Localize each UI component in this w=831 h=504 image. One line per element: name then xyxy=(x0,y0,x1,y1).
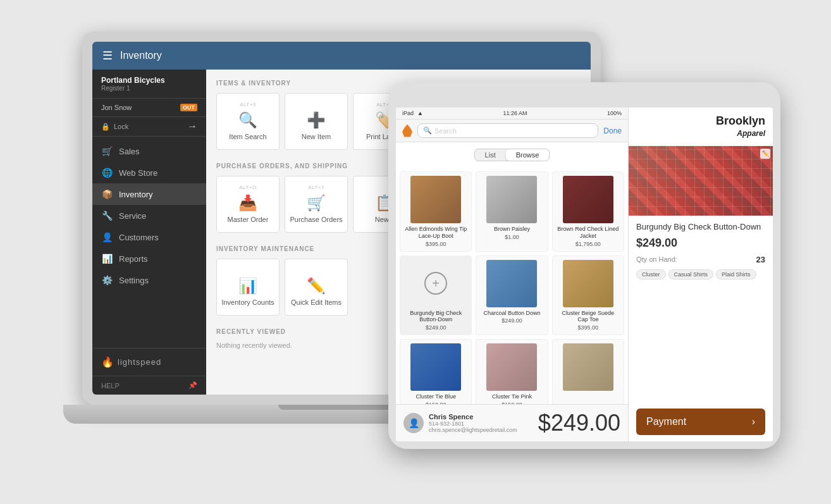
product-name: Cluster Tie Blue xyxy=(416,393,456,400)
tab-list[interactable]: List xyxy=(475,149,506,161)
tile-inventory-counts[interactable]: 📊 Inventory Counts xyxy=(216,259,280,316)
list-item[interactable] xyxy=(552,339,624,404)
list-item[interactable]: Brown Red Check Lined Jacket $1,795.00 xyxy=(552,171,624,252)
ipad-right-panel: Brooklyn Apparel ✏️ Burgundy Big Check B… xyxy=(629,108,773,441)
shortcut-label xyxy=(247,267,249,273)
tab-browse[interactable]: Browse xyxy=(506,149,550,161)
tag-cluster[interactable]: Cluster xyxy=(636,269,666,280)
tile-item-search[interactable]: ALT+3 🔍 Item Search xyxy=(216,93,280,150)
list-item[interactable]: Cluster Tie Pink $150.00 xyxy=(476,339,548,404)
product-thumbnail xyxy=(486,176,537,223)
barchart-icon: 📊 xyxy=(238,277,257,295)
product-thumbnail xyxy=(563,343,613,391)
tile-label: Quick Edit Items xyxy=(291,298,342,307)
list-item[interactable]: Cluster Tie Blue $150.00 xyxy=(400,339,472,404)
shortcut-label xyxy=(384,185,386,190)
ipad-bezel: iPad ▲ 11:26 AM 100% 🔍 Search Done xyxy=(388,82,780,449)
tag-plaid-shirts[interactable]: Plaid Shirts xyxy=(716,269,756,280)
flame-icon: 🔥 xyxy=(101,356,114,368)
sidebar-item-service[interactable]: 🔧 Service xyxy=(92,205,206,226)
tag-casual-shirts[interactable]: Casual Shirts xyxy=(668,269,714,280)
tile-label: Inventory Counts xyxy=(221,298,274,307)
ipad-screen: iPad ▲ 11:26 AM 100% 🔍 Search Done xyxy=(396,108,773,441)
customer-avatar: 👤 xyxy=(403,413,424,433)
product-details: Burgundy Big Check Button-Down $249.00 Q… xyxy=(629,216,773,402)
qty-label: Qty on Hand: xyxy=(636,255,677,263)
ipad-search-field[interactable]: 🔍 Search xyxy=(417,123,598,138)
sidebar-item-label: Inventory xyxy=(119,190,152,199)
sidebar-item-customers[interactable]: 👤 Customers xyxy=(92,226,206,248)
logout-icon[interactable]: → xyxy=(187,121,197,132)
product-price: $1,795.00 xyxy=(576,241,601,247)
flame-icon xyxy=(402,125,412,137)
register-label: Register 1 xyxy=(101,85,197,92)
product-thumbnail xyxy=(410,343,461,391)
help-label[interactable]: HELP xyxy=(101,382,120,390)
payment-button[interactable]: Payment › xyxy=(636,409,765,435)
customer-details: Chris Spence 514-932-1801 chris.spence@l… xyxy=(429,413,517,433)
customer-name: Chris Spence xyxy=(429,413,517,421)
product-thumbnail xyxy=(410,176,461,223)
shortcut-label: ALT+O xyxy=(239,185,256,190)
sidebar-lock-row: 🔒 Lock → xyxy=(92,117,206,137)
sidebar-item-label: Customers xyxy=(119,233,159,242)
sidebar: Portland Bicycles Register 1 Jon Snow OU… xyxy=(92,70,206,395)
sidebar-item-webstore[interactable]: 🌐 Web Store xyxy=(92,162,206,183)
ipad-tabs-row: List Browse xyxy=(396,142,628,168)
list-item[interactable]: Charcoal Button Down $249.00 xyxy=(476,255,548,336)
tile-master-order[interactable]: ALT+O 📥 Master Order xyxy=(216,176,280,233)
sales-icon: 🛒 xyxy=(101,146,113,156)
list-item[interactable]: Allen Edmonds Wing Tip Lace-Up Boot $395… xyxy=(400,171,472,252)
sidebar-item-sales[interactable]: 🛒 Sales xyxy=(92,140,206,162)
sidebar-item-reports[interactable]: 📊 Reports xyxy=(92,248,206,269)
product-name: Charcoal Button Down xyxy=(483,310,540,317)
product-name: Brown Red Check Lined Jacket xyxy=(557,226,620,240)
list-item[interactable]: Cluster Beige Suede Cap Toe $395.00 xyxy=(552,255,624,336)
payment-label: Payment xyxy=(646,416,686,427)
list-item[interactable]: Brown Paisley $1.00 xyxy=(476,171,548,252)
product-price: $395.00 xyxy=(578,324,599,331)
plaid-pattern xyxy=(629,146,773,216)
customer-email: chris.spence@lightspeedretail.com xyxy=(429,427,517,433)
tile-label: Purchase Orders xyxy=(290,216,342,224)
settings-icon: ⚙️ xyxy=(101,275,113,285)
product-thumbnail xyxy=(563,176,613,223)
battery-level: 100% xyxy=(607,110,622,116)
ipad-tabs: List Browse xyxy=(474,149,550,161)
edit-icon[interactable]: ✏️ xyxy=(760,149,770,159)
customer-info: 👤 Chris Spence 514-932-1801 chris.spence… xyxy=(403,413,517,433)
brand-name: Brooklyn Apparel xyxy=(636,115,765,138)
pin-icon[interactable]: 📌 xyxy=(188,381,197,390)
lock-icon: 🔒 xyxy=(101,123,110,131)
ipad-statusbar: iPad ▲ 11:26 AM 100% xyxy=(396,108,628,120)
tile-quick-edit[interactable]: ✏️ Quick Edit Items xyxy=(285,259,348,316)
product-image: ✏️ xyxy=(629,146,773,216)
product-thumbnail xyxy=(486,343,537,391)
done-button[interactable]: Done xyxy=(603,126,622,135)
shortcut-label xyxy=(316,267,317,273)
sidebar-item-label: Reports xyxy=(119,254,148,264)
ipad-device-label: iPad xyxy=(402,110,414,116)
customer-phone: 514-932-1801 xyxy=(429,421,517,427)
ipad-device: iPad ▲ 11:26 AM 100% 🔍 Search Done xyxy=(388,82,780,474)
tile-new-item[interactable]: ➕ New Item xyxy=(285,93,348,150)
sidebar-item-label: Settings xyxy=(119,276,149,285)
product-tags: Cluster Casual Shirts Plaid Shirts xyxy=(636,269,765,280)
add-item-button[interactable]: + Burgundy Big Check Button-Down $249.00 xyxy=(400,255,472,336)
lock-label: Lock xyxy=(114,123,128,130)
tile-purchase-orders[interactable]: ALT+7 🛒 Purchase Orders xyxy=(285,176,348,233)
sidebar-item-inventory[interactable]: 📦 Inventory xyxy=(92,183,206,205)
inbox-icon: 📥 xyxy=(238,194,257,212)
cart-total: $249.00 xyxy=(538,410,620,436)
ipad-searchbar: 🔍 Search Done xyxy=(396,120,628,142)
cart-icon: 🛒 xyxy=(307,194,326,212)
hamburger-icon[interactable]: ☰ xyxy=(102,49,113,63)
customers-icon: 👤 xyxy=(101,232,113,242)
add-thumbnail: + xyxy=(410,260,461,307)
plus-icon: ➕ xyxy=(307,111,326,129)
add-circle-icon: + xyxy=(424,272,447,295)
sidebar-item-settings[interactable]: ⚙️ Settings xyxy=(92,269,206,291)
app-title: Inventory xyxy=(120,50,162,61)
pencil-icon: ✏️ xyxy=(307,277,326,295)
lock-item[interactable]: 🔒 Lock xyxy=(101,123,128,131)
